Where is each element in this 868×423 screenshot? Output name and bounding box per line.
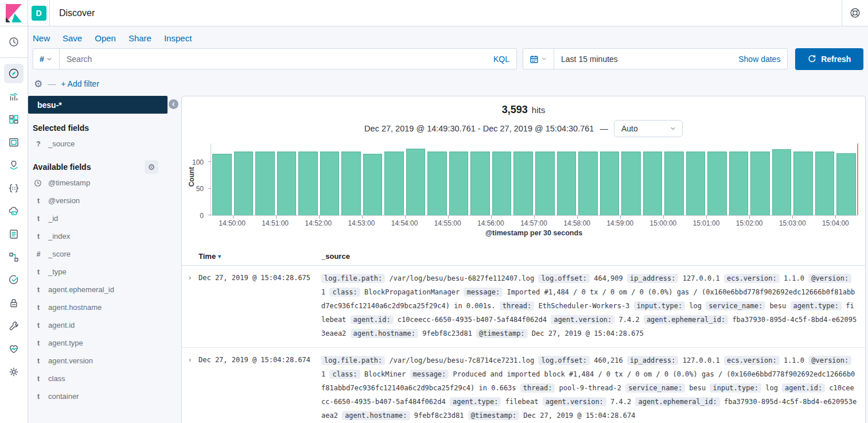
histogram-bar[interactable] <box>815 152 835 215</box>
histogram-bar[interactable] <box>277 152 297 215</box>
histogram-bar[interactable] <box>729 152 749 215</box>
filter-language-dropdown[interactable]: # <box>33 49 60 69</box>
field-item-@version[interactable]: t@version <box>28 192 181 209</box>
nav-dashboard-icon[interactable] <box>4 110 24 129</box>
nav-metrics-icon[interactable] <box>4 201 24 221</box>
field-settings-gear-icon[interactable]: ⚙ <box>145 160 158 174</box>
histogram-bar[interactable] <box>492 152 512 215</box>
histogram-bar[interactable] <box>384 152 404 215</box>
histogram-bar[interactable] <box>643 152 663 215</box>
histogram-bar[interactable] <box>686 152 706 215</box>
time-column-header[interactable]: Time ▾ <box>198 252 321 261</box>
help-icon[interactable] <box>850 7 861 18</box>
menu-item-share[interactable]: Share <box>129 33 151 43</box>
fields-sidebar: besu-* Selected fields ?_source Availabl… <box>28 96 181 417</box>
string-type-icon: t <box>34 215 43 223</box>
histogram-bar[interactable] <box>234 152 254 215</box>
field-item-agent.version[interactable]: tagent.version <box>28 352 181 370</box>
chevron-down-icon <box>541 56 547 62</box>
x-tick-label: 15:02:00 <box>736 219 763 227</box>
histogram-bar[interactable] <box>363 154 383 215</box>
histogram-bar[interactable] <box>427 152 447 215</box>
histogram-bar[interactable] <box>707 152 727 215</box>
x-tick-label: 14:51:00 <box>262 219 289 227</box>
time-range-value[interactable]: Last 15 minutes <box>554 55 618 64</box>
show-dates-button[interactable]: Show dates <box>738 55 787 64</box>
expand-row-icon[interactable]: › <box>182 354 198 422</box>
histogram-bar[interactable] <box>470 152 490 215</box>
refresh-label: Refresh <box>821 55 851 64</box>
expand-row-icon[interactable]: › <box>182 271 198 340</box>
kibana-logo[interactable] <box>0 0 28 26</box>
nav-visualize-icon[interactable] <box>4 87 24 106</box>
add-filter-button[interactable]: + Add filter <box>61 79 99 88</box>
table-header-row: Time ▾ _source <box>182 248 865 266</box>
interval-selected-value: Auto <box>621 124 670 133</box>
field-key-badge: service_name: <box>706 301 765 311</box>
nav-logs-icon[interactable] <box>4 224 24 244</box>
available-fields-list: @timestampt@versiont_idt_index#_scoret_t… <box>28 174 181 405</box>
field-name: agent.id <box>48 321 75 329</box>
field-item-_source[interactable]: ?_source <box>28 135 181 153</box>
field-item-container[interactable]: tcontainer <box>28 387 181 405</box>
search-input[interactable] <box>60 55 493 64</box>
field-item-_index[interactable]: t_index <box>28 227 181 245</box>
menu-item-save[interactable]: Save <box>63 33 82 43</box>
nav-canvas-icon[interactable] <box>4 133 24 152</box>
histogram-bar[interactable] <box>836 153 856 215</box>
histogram-bar[interactable] <box>578 152 598 215</box>
collapse-sidebar-button[interactable] <box>169 99 178 109</box>
index-pattern-selector[interactable]: besu-* <box>28 96 168 114</box>
histogram-bar[interactable] <box>212 154 232 215</box>
histogram-bar[interactable] <box>621 152 641 215</box>
field-item-class[interactable]: tclass <box>28 370 181 387</box>
histogram-bar[interactable] <box>406 149 426 215</box>
field-item-agent.type[interactable]: tagent.type <box>28 334 181 352</box>
field-item-@timestamp[interactable]: @timestamp <box>28 174 181 192</box>
nav-discover-icon[interactable] <box>4 64 24 83</box>
field-item-_type[interactable]: t_type <box>28 263 181 281</box>
field-item-_id[interactable]: t_id <box>28 209 181 227</box>
menu-item-inspect[interactable]: Inspect <box>164 33 192 43</box>
field-key-badge: service_name: <box>625 383 685 393</box>
histogram-bar[interactable] <box>513 152 533 215</box>
histogram-bar[interactable] <box>664 152 684 215</box>
histogram-bar[interactable] <box>772 149 792 215</box>
interval-dropdown[interactable]: Auto <box>614 120 683 137</box>
field-value: 9febf8c23d81 <box>418 329 476 337</box>
quick-select-menu[interactable] <box>523 49 554 69</box>
nav-apm-icon[interactable] <box>4 247 24 267</box>
nav-dev-tools-icon[interactable] <box>4 316 24 336</box>
x-tick-label: 14:52:00 <box>305 219 332 227</box>
app-nav-rail <box>0 26 28 423</box>
histogram-bar[interactable] <box>255 152 275 215</box>
nav-machine-learning-icon[interactable] <box>4 178 24 198</box>
menu-item-new[interactable]: New <box>33 33 50 43</box>
nav-management-icon[interactable] <box>4 362 24 382</box>
histogram-bar[interactable] <box>449 152 469 215</box>
nav-uptime-icon[interactable] <box>4 270 24 290</box>
documents-table: Time ▾ _source ›Dec 27, 2019 @ 15:04:28.… <box>182 248 865 423</box>
nav-maps-icon[interactable] <box>4 156 24 175</box>
histogram-bar[interactable] <box>535 152 555 215</box>
histogram-bar[interactable] <box>298 152 318 215</box>
field-name: _type <box>48 267 67 276</box>
histogram-bar[interactable] <box>557 152 577 215</box>
nav-recently-viewed-icon[interactable] <box>4 32 24 52</box>
field-item-agent.id[interactable]: tagent.id <box>28 316 181 334</box>
nav-stack-monitoring-icon[interactable] <box>4 339 24 359</box>
menu-item-open[interactable]: Open <box>95 33 116 43</box>
nav-siem-icon[interactable] <box>4 293 24 313</box>
histogram-bar[interactable] <box>320 152 340 215</box>
histogram-bar[interactable] <box>341 152 361 215</box>
field-item-agent.hostname[interactable]: tagent.hostname <box>28 298 181 316</box>
field-item-agent.ephemeral_id[interactable]: tagent.ephemeral_id <box>28 281 181 298</box>
histogram-bar[interactable] <box>793 152 813 215</box>
histogram-chart: Count 050100 14:50:0014:51:0014:52:0014:… <box>182 141 865 240</box>
filter-settings-gear-icon[interactable]: ⚙ <box>34 79 42 89</box>
histogram-bar[interactable] <box>600 152 620 215</box>
refresh-button[interactable]: Refresh <box>795 48 863 70</box>
histogram-bar[interactable] <box>750 152 770 215</box>
field-item-_score[interactable]: #_score <box>28 245 181 263</box>
kql-language-button[interactable]: KQL <box>493 55 516 64</box>
